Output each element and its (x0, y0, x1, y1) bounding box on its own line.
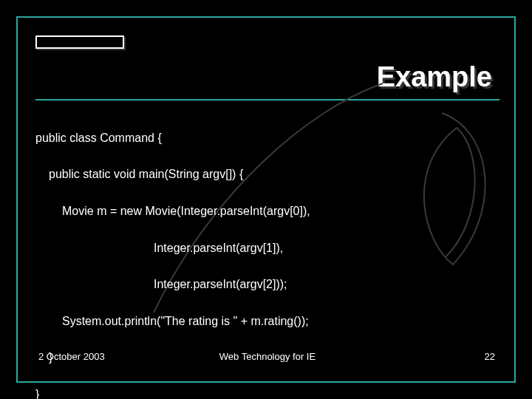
code-line: public static void main(String argv[]) { (35, 166, 310, 184)
footer-center: Web Technology for IE (35, 351, 499, 362)
code-line: Integer.parseInt(argv[1]), (35, 239, 310, 258)
code-line: } (35, 386, 310, 399)
code-line: Movie m = new Movie(Integer.parseInt(arg… (35, 202, 310, 221)
slide-inner: Example public class Command { public st… (35, 35, 499, 366)
code-line: System.out.println("The rating is " + m.… (35, 313, 310, 331)
code-line: Integer.parseInt(argv[2])); (35, 276, 310, 294)
title-accent-box (35, 35, 124, 49)
footer-page-number: 22 (485, 351, 495, 362)
slide-frame: Example public class Command { public st… (16, 16, 516, 383)
slide-title: Example (377, 61, 492, 93)
code-line: public class Command { (35, 129, 310, 148)
ink-loop (412, 109, 508, 272)
